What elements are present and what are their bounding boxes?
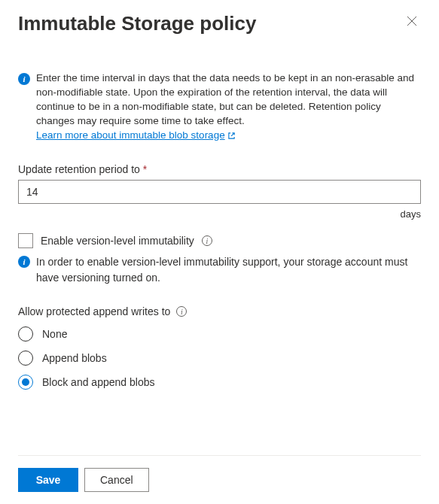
close-icon [406,15,418,29]
radio-label: Block and append blobs [42,376,154,388]
retention-input[interactable] [18,180,421,204]
save-button[interactable]: Save [18,468,78,492]
info-icon: i [18,73,30,85]
cancel-button[interactable]: Cancel [84,468,149,492]
radio-icon [18,326,33,342]
external-link-icon [227,132,236,140]
info-block: i Enter the time interval in days that t… [18,71,421,142]
radio-icon [18,375,33,390]
version-level-warning: In order to enable version-level immutab… [36,254,421,286]
radio-option-block-append[interactable]: Block and append blobs [18,375,421,390]
page-title: Immutable Storage policy [18,12,256,35]
retention-unit: days [18,208,421,220]
retention-label: Update retention period to * [18,163,421,175]
close-button[interactable] [403,12,421,32]
info-icon: i [18,256,30,268]
version-level-checkbox[interactable] [18,233,33,248]
radio-label: None [42,328,67,340]
info-outline-icon[interactable]: i [176,306,187,317]
info-outline-icon[interactable]: i [202,235,212,246]
radio-icon [18,351,33,366]
learn-more-link[interactable]: Learn more about immutable blob storage [36,129,236,143]
radio-option-append[interactable]: Append blobs [18,351,421,366]
info-text: Enter the time interval in days that the… [36,71,421,142]
version-level-label: Enable version-level immutability [41,235,194,247]
radio-option-none[interactable]: None [18,326,421,342]
append-writes-label: Allow protected append writes to i [18,305,421,317]
radio-label: Append blobs [42,352,107,364]
